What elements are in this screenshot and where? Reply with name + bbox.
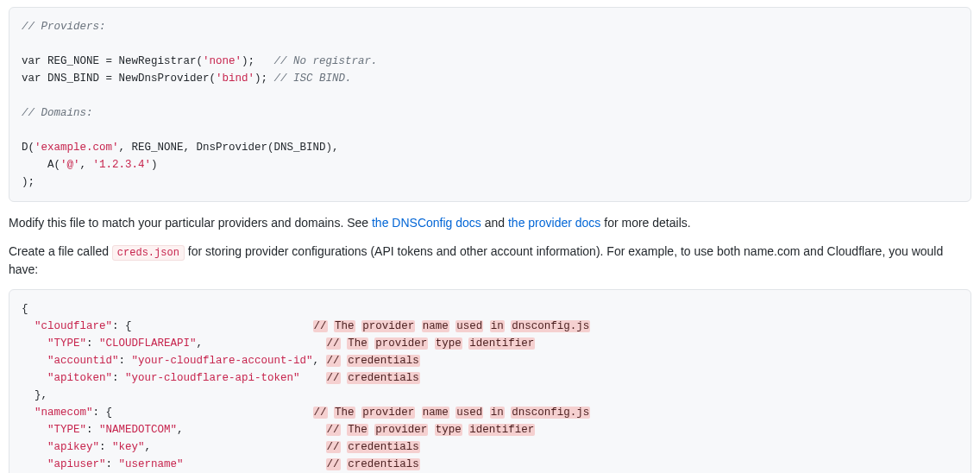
code-errgroup: credentials [341,458,420,470]
code-text: , [177,424,326,436]
code-text: ); [22,176,35,188]
code-comment: // No registrar. [274,55,378,67]
code-text: : { [112,320,313,332]
code-text [22,320,35,332]
code-errgroup: credentials [341,355,420,367]
code-err: // [326,355,341,367]
code-err: The [347,424,368,436]
code-text: : [112,372,125,384]
code-text: : [86,337,99,350]
code-text: A( [22,159,60,171]
code-err: credentials [347,372,420,384]
code-err: The [334,320,355,332]
code-text: , [145,441,326,453]
code-errgroup: The provider name used in dnsconfig.js [328,320,591,332]
code-err: credentials [347,458,420,470]
code-errgroup: The provider type identifier [341,424,536,436]
inline-code-filename: creds.json [112,245,185,261]
code-text [22,407,35,419]
code-err: dnsconfig.js [511,320,590,332]
code-err: identifier [468,424,535,436]
code-string: "your-cloudflare-account-id" [132,355,313,367]
code-err: // [326,441,341,453]
text: and [481,216,508,230]
code-kw: var [22,73,41,85]
code-string: "TYPE" [47,337,86,350]
code-text: : [119,355,132,367]
code-err: credentials [347,441,420,453]
code-string: "CLOUDFLAREAPI" [99,337,197,350]
code-text: : [99,441,112,453]
code-text: { [22,303,28,315]
code-string: 'none' [203,55,242,67]
code-string: "apikey" [47,441,99,453]
code-text: REG_NONE = NewRegistrar( [41,55,204,67]
code-block-dnsconfig: // Providers: var REG_NONE = NewRegistra… [9,7,971,202]
code-err: // [326,424,341,436]
code-text: , [197,337,326,350]
code-string: "username" [119,458,184,470]
code-err: // [326,458,341,470]
code-err: name [422,407,449,419]
code-err: credentials [347,355,420,367]
code-text [22,337,47,350]
code-string: "NAMEDOTCOM" [99,424,177,436]
code-text: , REG_NONE, DnsProvider(DNS_BIND), [119,142,339,154]
code-text: ); [254,73,274,85]
code-string: "cloudflare" [35,320,112,332]
code-text: }, [22,389,47,401]
code-err: used [455,407,483,419]
code-errgroup: credentials [341,441,420,453]
link-dnsconfig-docs[interactable]: the DNSConfig docs [372,216,481,230]
code-err: provider [374,337,428,350]
text: Create a file called [9,244,112,258]
code-errgroup: The provider name used in dnsconfig.js [328,407,591,419]
code-text [22,441,47,453]
code-string: "namecom" [35,407,93,419]
code-err: type [435,424,462,436]
code-errgroup: The provider type identifier [341,337,536,350]
code-err: in [490,320,505,332]
code-text [22,372,47,384]
code-string: "apitoken" [47,372,112,384]
code-err: The [334,407,355,419]
code-string: "apiuser" [47,458,106,470]
code-string: "key" [112,441,145,453]
code-text: : { [93,407,313,419]
code-err: name [422,320,449,332]
code-text: , [313,355,326,367]
code-errgroup: credentials [341,372,420,384]
code-err: The [347,337,368,350]
code-text: : [86,424,99,436]
code-string: '@' [60,159,80,171]
code-text: D( [22,142,35,154]
paragraph-modify: Modify this file to match your particula… [9,214,971,232]
code-text [22,458,47,470]
code-string: "your-cloudflare-api-token" [125,372,300,384]
link-provider-docs[interactable]: the provider docs [508,216,600,230]
code-text [22,355,47,367]
paragraph-creds: Create a file called creds.json for stor… [9,243,971,279]
code-err: dnsconfig.js [511,407,590,419]
code-string: 'example.com' [35,142,119,154]
code-kw: var [22,55,41,67]
code-text [184,458,326,470]
code-err: identifier [468,337,535,350]
code-string: '1.2.3.4' [93,159,152,171]
code-err: provider [361,320,415,332]
code-err: in [490,407,505,419]
code-string: 'bind' [216,73,254,85]
text: Modify this file to match your particula… [9,216,372,230]
code-text [22,424,47,436]
code-err: used [455,320,483,332]
code-text: DNS_BIND = NewDnsProvider( [41,73,217,85]
code-err: // [326,337,341,350]
code-err: // [313,407,328,419]
code-text: ); [242,55,274,67]
code-block-creds: { "cloudflare": { // The provider name u… [9,289,971,473]
code-comment: // ISC BIND. [274,73,352,85]
code-comment: // Providers: [22,21,106,33]
code-text [300,372,326,384]
code-err: // [313,320,328,332]
code-string: "TYPE" [47,424,86,436]
